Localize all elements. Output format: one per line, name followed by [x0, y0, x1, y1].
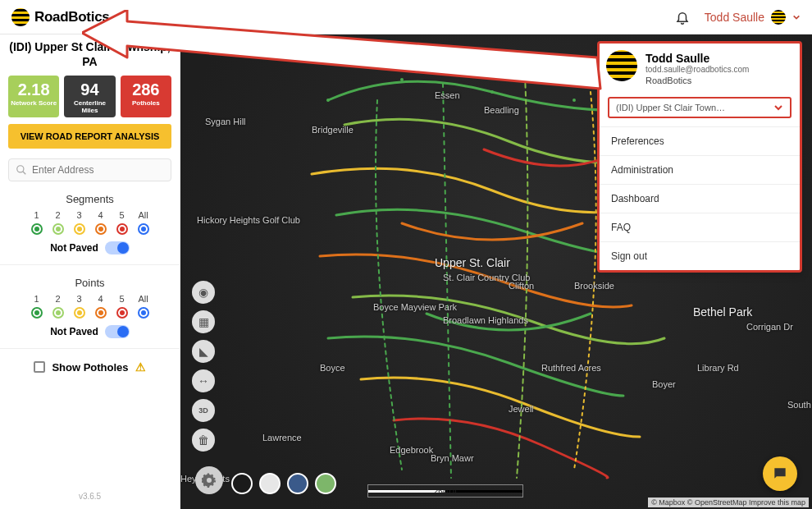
- svg-point-1: [326, 99, 330, 102]
- show-potholes-checkbox[interactable]: [34, 361, 45, 373]
- basemap-option-0[interactable]: [231, 473, 253, 494]
- divider: [0, 264, 180, 265]
- tool-camera[interactable]: ◉: [192, 281, 215, 304]
- rating-label: 1: [34, 210, 39, 220]
- map-tools: ◉ ▦ ◣ ↔ 3D 🗑: [192, 281, 215, 452]
- rating-swatch-icon: [116, 223, 128, 235]
- map-place-label: Cedar Blvd: [541, 67, 586, 77]
- scale-label: 2640 ft: [434, 487, 457, 495]
- tool-trash[interactable]: 🗑: [192, 429, 215, 452]
- map-settings-button[interactable]: [195, 466, 223, 494]
- map-place-label: Ruthfred Acres: [541, 363, 601, 373]
- map-place-label: Boyce: [320, 363, 345, 373]
- tool-3d[interactable]: 3D: [192, 399, 215, 422]
- rating-label: 2: [55, 210, 60, 220]
- stat-network-score[interactable]: 2.18 Network Score: [8, 76, 59, 117]
- stat-potholes[interactable]: 286 Potholes: [121, 76, 171, 117]
- brand-logo-icon: [11, 8, 30, 26]
- user-menu-dashboard[interactable]: Dashboard: [600, 184, 800, 213]
- points-heading: Points: [75, 277, 104, 289]
- rating-label: 1: [34, 294, 39, 304]
- rating-swatch-icon: [116, 307, 128, 319]
- svg-point-0: [17, 166, 24, 172]
- topbar-user-name: Todd Saulle: [705, 11, 764, 24]
- user-menu-sign-out[interactable]: Sign out: [600, 241, 800, 270]
- rating-label: 2: [55, 294, 60, 304]
- rating-swatch-icon: [138, 307, 149, 319]
- map-place-label: Boyce Mayview Park: [373, 302, 457, 312]
- rating-filter-4[interactable]: 4: [95, 210, 107, 235]
- rating-filter-all[interactable]: All: [138, 210, 149, 235]
- user-menu-preferences[interactable]: Preferences: [600, 126, 800, 155]
- rating-label: 5: [119, 294, 124, 304]
- rating-label: 5: [119, 210, 124, 220]
- user-panel-email: todd.saulle@roadbotics.com: [645, 65, 790, 74]
- map-place-label: Jewell: [509, 404, 534, 414]
- rating-swatch-icon: [52, 307, 64, 319]
- tool-ruler[interactable]: ◣: [192, 340, 215, 363]
- rating-swatch-icon: [74, 307, 85, 319]
- segments-ratings: 12345All: [31, 210, 149, 235]
- address-search-input[interactable]: [32, 164, 164, 176]
- rating-filter-1[interactable]: 1: [31, 210, 43, 235]
- user-panel-avatar-icon: [606, 50, 637, 81]
- notifications-icon[interactable]: [675, 9, 690, 25]
- stats-row: 2.18 Network Score 94 Centerline Miles 2…: [8, 76, 171, 117]
- segments-heading: Segments: [66, 193, 114, 205]
- rating-filter-5[interactable]: 5: [116, 294, 128, 319]
- rating-filter-2[interactable]: 2: [52, 294, 64, 319]
- map-place-label: St. Clair Country Club: [443, 273, 530, 282]
- stat-centerline-value: 94: [66, 80, 113, 99]
- tool-distance[interactable]: ↔: [192, 369, 215, 392]
- basemap-option-1[interactable]: [259, 473, 281, 494]
- rating-filter-1[interactable]: 1: [31, 294, 43, 319]
- address-search[interactable]: [8, 158, 171, 181]
- points-ratings: 12345All: [31, 294, 149, 319]
- organization-selected: (IDI) Upper St Clair Town…: [616, 103, 725, 112]
- segments-not-paved-toggle[interactable]: [105, 241, 130, 254]
- rating-filter-5[interactable]: 5: [116, 210, 128, 235]
- view-report-button[interactable]: VIEW ROAD REPORT ANALYSIS: [8, 124, 171, 149]
- user-panel-company: RoadBotics: [645, 76, 790, 85]
- organization-select[interactable]: (IDI) Upper St Clair Town…: [608, 97, 791, 118]
- stat-network-score-value: 2.18: [10, 80, 57, 99]
- points-not-paved-toggle[interactable]: [105, 325, 130, 338]
- user-menu-administration[interactable]: Administration: [600, 155, 800, 184]
- chevron-down-icon: [773, 103, 783, 112]
- chat-button[interactable]: [763, 456, 797, 491]
- rating-swatch-icon: [95, 307, 107, 319]
- map-place-label: Bridgeville: [312, 125, 354, 135]
- map-attribution[interactable]: © Mapbox © OpenStreetMap Improve this ma…: [648, 498, 809, 507]
- user-menu-toggle[interactable]: Todd Saulle: [705, 10, 801, 25]
- rating-filter-4[interactable]: 4: [95, 294, 107, 319]
- topbar: RoadBotics Todd Saulle: [0, 0, 812, 34]
- rating-swatch-icon: [74, 223, 85, 235]
- rating-filter-all[interactable]: All: [138, 294, 149, 319]
- basemap-option-3[interactable]: [315, 473, 336, 494]
- rating-swatch-icon: [52, 223, 64, 235]
- rating-filter-3[interactable]: 3: [74, 210, 85, 235]
- stat-network-score-label: Network Score: [10, 99, 57, 107]
- gear-icon: [202, 473, 217, 488]
- rating-label: 3: [76, 294, 81, 304]
- rating-filter-2[interactable]: 2: [52, 210, 64, 235]
- rating-filter-3[interactable]: 3: [74, 294, 85, 319]
- user-menu-faq[interactable]: FAQ: [600, 213, 800, 241]
- search-icon: [16, 164, 27, 176]
- rating-label: All: [138, 210, 148, 220]
- version-label: v3.6.5: [79, 485, 101, 509]
- warning-icon: ⚠: [135, 360, 146, 374]
- map-place-label: Corrigan Dr: [746, 322, 793, 332]
- user-dropdown-panel: Todd Saulle todd.saulle@roadbotics.com R…: [597, 41, 802, 273]
- project-title-line1: (IDI) Upper St Clair Township,: [9, 39, 171, 54]
- segments-not-paved-label: Not Paved: [50, 242, 98, 254]
- brand-name: RoadBotics: [34, 9, 109, 25]
- map-place-label: Edgebrook: [390, 445, 433, 455]
- stat-centerline[interactable]: 94 Centerline Miles: [64, 76, 115, 117]
- map-place-label: Essen: [435, 90, 460, 100]
- map-place-label: Boyer: [652, 379, 676, 389]
- show-potholes-label: Show Potholes: [52, 361, 128, 374]
- tool-measure[interactable]: ▦: [192, 310, 215, 333]
- user-panel-name: Todd Saulle: [645, 52, 790, 65]
- basemap-option-2[interactable]: [287, 473, 308, 494]
